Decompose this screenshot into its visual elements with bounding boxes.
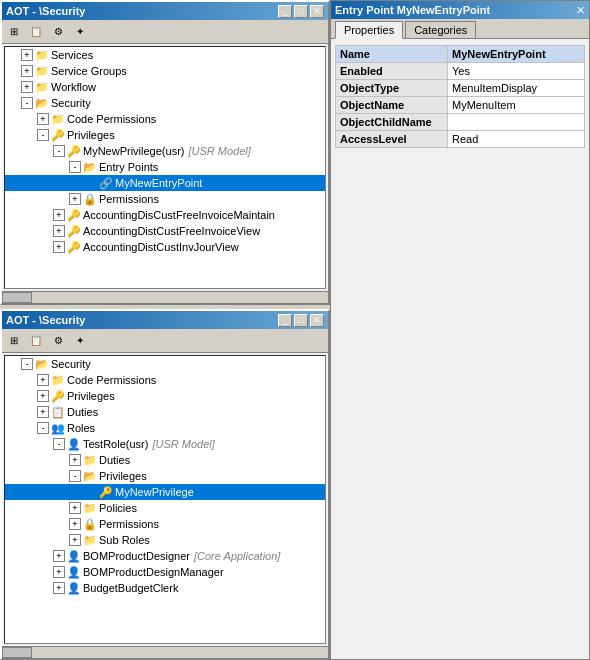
tree-item-acct1[interactable]: + 🔑 AccountingDisCustFreeInvoiceMaintain <box>5 207 325 223</box>
top-aot-window: AOT - \Security _ □ ✕ ⊞ 📋 ⚙ ✦ + 📁 Servic… <box>0 0 330 305</box>
tree-item-roles2[interactable]: - 👥 Roles <box>5 420 325 436</box>
bottom-hscrollbar[interactable] <box>2 646 328 658</box>
expand-policies[interactable]: + <box>69 502 81 514</box>
tree-item-servicegroups[interactable]: + 📁 Service Groups <box>5 63 325 79</box>
toolbar-btn-2-bottom[interactable]: 📋 <box>26 332 46 350</box>
expand-permissions2[interactable]: + <box>69 518 81 530</box>
tree-item-mynewentrypoint[interactable]: 🔗 MyNewEntryPoint <box>5 175 325 191</box>
prop-row-objectchildname: ObjectChildName <box>336 114 585 131</box>
expand-mynewprivilege[interactable]: - <box>53 145 65 157</box>
tree-item-bomprod[interactable]: + 👤 BOMProductDesigner [Core Application… <box>5 548 325 564</box>
tree-item-duties2[interactable]: + 📋 Duties <box>5 404 325 420</box>
label-bomprod: BOMProductDesigner <box>83 550 190 562</box>
tree-item-mynewpriv2[interactable]: 🔑 MyNewPrivilege <box>5 484 325 500</box>
toolbar-btn-2-top[interactable]: 📋 <box>26 23 46 41</box>
folder-icon-servicegroups: 📁 <box>35 64 49 78</box>
close-button-top[interactable]: ✕ <box>310 5 324 18</box>
bottom-tree[interactable]: - 📂 Security + 📁 Code Permissions + 🔑 Pr… <box>4 355 326 644</box>
tree-item-entrypoints[interactable]: - 📂 Entry Points <box>5 159 325 175</box>
minimize-button-bottom[interactable]: _ <box>278 314 292 327</box>
prop-value-objecttype[interactable]: MenuItemDisplay <box>448 80 585 97</box>
expand-testrole[interactable]: - <box>53 438 65 450</box>
expand-privileges3[interactable]: - <box>69 470 81 482</box>
expand-duties3[interactable]: + <box>69 454 81 466</box>
tree-item-policies[interactable]: + 📁 Policies <box>5 500 325 516</box>
tree-item-security2[interactable]: - 📂 Security <box>5 356 325 372</box>
prop-value-objectname[interactable]: MyMenuItem <box>448 97 585 114</box>
close-button-bottom[interactable]: ✕ <box>310 314 324 327</box>
props-close-button[interactable]: ✕ <box>576 4 585 17</box>
bottom-hscroll-thumb[interactable] <box>2 647 32 658</box>
tree-item-codepermissions[interactable]: + 📁 Code Permissions <box>5 111 325 127</box>
maximize-button-top[interactable]: □ <box>294 5 308 18</box>
toolbar-btn-4-bottom[interactable]: ✦ <box>70 332 90 350</box>
icon-privileges: 🔑 <box>51 128 65 142</box>
expand-codeperm2[interactable]: + <box>37 374 49 386</box>
label-codeperm2: Code Permissions <box>67 374 156 386</box>
tree-item-duties3[interactable]: + 📁 Duties <box>5 452 325 468</box>
icon-acct1: 🔑 <box>67 208 81 222</box>
tree-item-permissions2[interactable]: + 🔒 Permissions <box>5 516 325 532</box>
tree-item-budget[interactable]: + 👤 BudgetBudgetClerk <box>5 580 325 596</box>
top-hscrollbar[interactable] <box>2 291 328 303</box>
expand-security2[interactable]: - <box>21 358 33 370</box>
maximize-button-bottom[interactable]: □ <box>294 314 308 327</box>
expand-acct2[interactable]: + <box>53 225 65 237</box>
tree-item-mynewprivilege[interactable]: - 🔑 MyNewPrivilege(usr) [USR Model] <box>5 143 325 159</box>
tree-item-security[interactable]: - 📂 Security <box>5 95 325 111</box>
tree-item-bomprodmgr[interactable]: + 👤 BOMProductDesignManager <box>5 564 325 580</box>
properties-table: Name MyNewEntryPoint Enabled Yes ObjectT… <box>335 45 585 148</box>
tree-item-privileges3[interactable]: - 📂 Privileges <box>5 468 325 484</box>
expand-duties2[interactable]: + <box>37 406 49 418</box>
toolbar-btn-4-top[interactable]: ✦ <box>70 23 90 41</box>
expand-subroles[interactable]: + <box>69 534 81 546</box>
minimize-button-top[interactable]: _ <box>278 5 292 18</box>
toolbar-btn-1-top[interactable]: ⊞ <box>4 23 24 41</box>
tree-item-subroles[interactable]: + 📁 Sub Roles <box>5 532 325 548</box>
expand-acct3[interactable]: + <box>53 241 65 253</box>
prop-value-name[interactable]: MyNewEntryPoint <box>448 46 585 63</box>
tree-item-acct3[interactable]: + 🔑 AccountingDistCustInvJourView <box>5 239 325 255</box>
prop-label-name: Name <box>336 46 448 63</box>
expand-acct1[interactable]: + <box>53 209 65 221</box>
tree-item-testrole[interactable]: - 👤 TestRole(usr) [USR Model] <box>5 436 325 452</box>
expand-servicegroups[interactable]: + <box>21 65 33 77</box>
expand-permissions-top[interactable]: + <box>69 193 81 205</box>
props-tabs: Properties Categories <box>331 19 589 39</box>
expand-services[interactable]: + <box>21 49 33 61</box>
tree-item-workflow[interactable]: + 📁 Workflow <box>5 79 325 95</box>
tab-properties[interactable]: Properties <box>335 21 403 39</box>
props-content: Name MyNewEntryPoint Enabled Yes ObjectT… <box>331 39 589 152</box>
toolbar-btn-3-bottom[interactable]: ⚙ <box>48 332 68 350</box>
top-hscroll-thumb[interactable] <box>2 292 32 303</box>
bottom-aot-window: AOT - \Security _ □ ✕ ⊞ 📋 ⚙ ✦ - 📂 Securi… <box>0 309 330 660</box>
toolbar-btn-1-bottom[interactable]: ⊞ <box>4 332 24 350</box>
label-security: Security <box>51 97 91 109</box>
tree-item-privileges[interactable]: - 🔑 Privileges <box>5 127 325 143</box>
tree-item-acct2[interactable]: + 🔑 AccountingDistCustFreeInvoiceView <box>5 223 325 239</box>
expand-entrypoints[interactable]: - <box>69 161 81 173</box>
tree-item-permissions-top[interactable]: + 🔒 Permissions <box>5 191 325 207</box>
expand-bomprodmgr[interactable]: + <box>53 566 65 578</box>
tab-categories[interactable]: Categories <box>405 21 476 38</box>
tree-item-services[interactable]: + 📁 Services <box>5 47 325 63</box>
top-tree[interactable]: + 📁 Services + 📁 Service Groups + 📁 Work… <box>4 46 326 289</box>
prop-row-name: Name MyNewEntryPoint <box>336 46 585 63</box>
prop-value-enabled[interactable]: Yes <box>448 63 585 80</box>
properties-panel: Entry Point MyNewEntryPoint ✕ Properties… <box>330 0 590 660</box>
expand-bomprod[interactable]: + <box>53 550 65 562</box>
prop-value-accesslevel[interactable]: Read <box>448 131 585 148</box>
expand-security[interactable]: - <box>21 97 33 109</box>
prop-label-objecttype: ObjectType <box>336 80 448 97</box>
toolbar-btn-3-top[interactable]: ⚙ <box>48 23 68 41</box>
expand-codepermissions[interactable]: + <box>37 113 49 125</box>
expand-privileges[interactable]: - <box>37 129 49 141</box>
icon-testrole: 👤 <box>67 437 81 451</box>
expand-budget[interactable]: + <box>53 582 65 594</box>
expand-workflow[interactable]: + <box>21 81 33 93</box>
tree-item-privileges2[interactable]: + 🔑 Privileges <box>5 388 325 404</box>
tree-item-codeperm2[interactable]: + 📁 Code Permissions <box>5 372 325 388</box>
prop-value-objectchildname[interactable] <box>448 114 585 131</box>
expand-privileges2[interactable]: + <box>37 390 49 402</box>
expand-roles2[interactable]: - <box>37 422 49 434</box>
